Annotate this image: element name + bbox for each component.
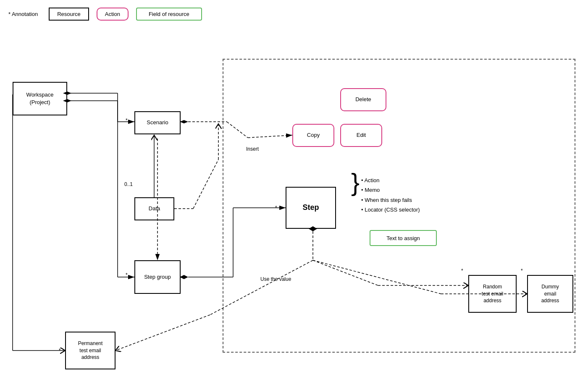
annotation-label: * Annotation (8, 11, 38, 17)
permanent-email-box: Permanent test email address (65, 332, 116, 369)
zero-one-label: 0..1 (124, 181, 133, 187)
random-email-box: Random test email address (468, 275, 517, 313)
dummy-email-box: Dummy email address (527, 275, 573, 313)
step-properties-list: Action Memo When this step fails Locator… (361, 175, 420, 215)
star-stepgroup: * (126, 272, 128, 278)
step-box: Step (286, 187, 336, 229)
star-permanent: * (59, 348, 61, 353)
action-legend-box: Action (97, 8, 129, 21)
workspace-box: Workspace (Project) (13, 82, 67, 115)
star-dummy: * (521, 268, 523, 274)
bullet-action: Action (361, 175, 420, 185)
data-box: Data (134, 197, 174, 220)
svg-marker-18 (180, 275, 188, 279)
use-value-label: Use the value (260, 276, 291, 282)
curly-brace: } (351, 170, 360, 195)
legend: * Annotation Resource Action Field of re… (8, 8, 202, 21)
edit-box: Edit (340, 124, 382, 147)
svg-line-35 (116, 315, 210, 351)
insert-label: Insert (246, 146, 259, 152)
text-to-assign-box: Text to assign (370, 230, 437, 246)
star-workspace-scenario: * (126, 118, 128, 123)
field-legend-box: Field of resource (136, 8, 202, 21)
step-group-box: Step group (134, 260, 181, 294)
star-random: * (461, 268, 463, 274)
bullet-memo: Memo (361, 185, 420, 195)
copy-box: Copy (292, 124, 334, 147)
delete-box: Delete (340, 88, 386, 111)
scenario-box: Scenario (134, 111, 181, 134)
svg-line-26 (193, 160, 218, 209)
bullet-locator: Locator (CSS selector) (361, 205, 420, 215)
star-step: * (275, 205, 277, 211)
resource-legend-box: Resource (49, 8, 89, 21)
svg-marker-15 (180, 120, 188, 123)
diagram-container: * Annotation Resource Action Field of re… (0, 0, 588, 382)
bullet-when-fails: When this step fails (361, 195, 420, 205)
